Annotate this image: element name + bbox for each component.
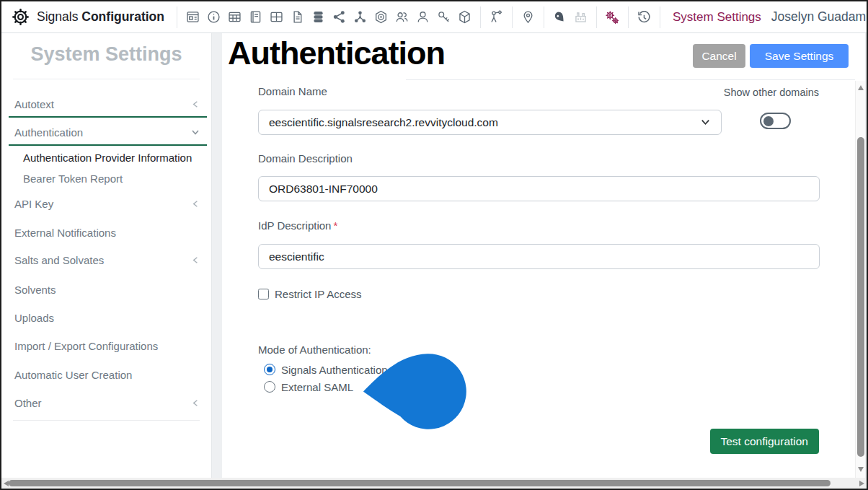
scroll-up-arrow-icon[interactable] — [858, 85, 864, 90]
domain-name-select[interactable]: eescientific.signalsresearch2.revvityclo… — [258, 110, 722, 135]
external-saml-label: External SAML — [281, 381, 353, 393]
domain-name-value: eescientific.signalsresearch2.revvityclo… — [269, 116, 498, 129]
toolbar-separator — [544, 6, 544, 28]
external-saml-radio[interactable] — [264, 381, 275, 393]
scroll-right-arrow-icon[interactable] — [859, 481, 864, 486]
toolbar-separator — [177, 6, 177, 28]
database-icon[interactable] — [309, 8, 327, 26]
sidebar-item-automatic-user-creation[interactable]: Automatic User Creation — [14, 367, 201, 382]
mode-of-authentication-label: Mode of Authentication: — [258, 344, 371, 356]
molecule-icon[interactable] — [351, 8, 369, 26]
header-divider — [406, 79, 855, 80]
sidebar: System Settings Autotext Authentication … — [1, 33, 212, 478]
location-pin-icon[interactable] — [519, 8, 537, 26]
sidebar-green-divider — [9, 116, 207, 118]
idp-description-label: IdP Description* — [258, 219, 337, 232]
sidebar-item-authentication[interactable]: Authentication — [14, 124, 201, 140]
external-saml-option: External SAML — [264, 380, 353, 394]
restrict-ip-checkbox[interactable] — [258, 289, 269, 299]
blue-pointer-cursor — [362, 349, 469, 431]
domain-description-label: Domain Description — [258, 152, 353, 165]
divider — [13, 420, 200, 421]
divider — [13, 79, 200, 79]
topbar-right: System Settings Joselyn Guadamuz — [665, 6, 868, 28]
vertical-scrollbar[interactable] — [855, 81, 865, 478]
user-name: Joselyn Guadamuz — [771, 9, 868, 25]
chevron-left-icon — [190, 255, 201, 266]
sidebar-item-uploads[interactable]: Uploads — [14, 310, 201, 325]
cancel-button[interactable]: Cancel — [693, 44, 745, 68]
info-icon[interactable] — [205, 8, 223, 26]
gears-icon[interactable] — [603, 8, 621, 26]
app-window: Signals Configuration — [0, 0, 868, 490]
toolbar-separator — [512, 6, 513, 28]
main-content: Authentication Cancel Save Settings Doma… — [222, 33, 865, 478]
key-icon[interactable] — [435, 8, 453, 26]
journal-icon[interactable] — [247, 8, 265, 26]
cube-icon[interactable] — [456, 8, 474, 26]
scroll-down-arrow-icon[interactable] — [858, 467, 864, 472]
test-configuration-button[interactable]: Test configuration — [710, 429, 820, 454]
sidebar-item-solvents[interactable]: Solvents — [14, 281, 201, 297]
table-icon[interactable] — [226, 8, 244, 26]
sidebar-item-import-export-configurations[interactable]: Import / Export Configurations — [14, 338, 201, 354]
required-asterisk: * — [333, 219, 337, 232]
idp-description-input[interactable] — [258, 244, 820, 269]
dark-pin-icon[interactable] — [551, 8, 569, 26]
sidebar-item-other[interactable]: Other — [14, 395, 201, 411]
top-toolbar: Signals Configuration — [1, 1, 867, 33]
chevron-down-icon — [190, 126, 201, 138]
toggle-knob — [763, 116, 774, 126]
restrict-ip-row: Restrict IP Access — [258, 288, 362, 300]
share-nodes-icon[interactable] — [330, 8, 348, 26]
toolbar-separator — [628, 6, 629, 28]
show-other-domains-label: Show other domains — [724, 87, 819, 98]
restrict-ip-label: Restrict IP Access — [275, 288, 362, 300]
toolbar-separator — [596, 6, 597, 28]
vertical-scrollbar-thumb[interactable] — [857, 137, 864, 457]
save-settings-button[interactable]: Save Settings — [750, 44, 849, 68]
toolbar-separator — [480, 6, 481, 28]
chevron-left-icon — [190, 398, 201, 408]
horizontal-scrollbar[interactable] — [1, 478, 867, 489]
sidebar-item-autotext[interactable]: Autotext — [14, 96, 201, 112]
chevron-left-icon — [190, 99, 201, 110]
scroll-left-arrow-icon[interactable] — [4, 481, 9, 486]
sidebar-item-bearer-token-report[interactable]: Bearer Token Report — [23, 170, 201, 186]
system-settings-link[interactable]: System Settings — [673, 10, 761, 25]
signals-gear-icon — [12, 8, 30, 26]
user-icon[interactable] — [414, 8, 432, 26]
instrument-icon[interactable] — [487, 8, 505, 26]
user-menu[interactable]: Joselyn Guadamuz — [771, 9, 868, 25]
sidebar-item-salts-and-solvates[interactable]: Salts and Solvates — [14, 252, 201, 268]
window-icon[interactable] — [184, 8, 202, 26]
domain-description-input[interactable] — [258, 176, 820, 201]
page-title: Authentication — [228, 35, 455, 72]
hexagon-badge-icon[interactable] — [372, 8, 390, 26]
domain-name-label: Domain Name — [258, 85, 327, 97]
history-icon[interactable] — [635, 8, 653, 26]
chevron-left-icon — [190, 198, 201, 209]
horizontal-scrollbar-thumb[interactable] — [9, 480, 831, 486]
chevron-down-icon — [700, 117, 711, 128]
sidebar-green-divider — [9, 144, 207, 146]
signals-authentication-radio[interactable] — [264, 364, 275, 375]
sidebar-title: System Settings — [1, 43, 211, 66]
document-icon[interactable] — [288, 8, 306, 26]
app-brand: Signals Configuration — [10, 8, 164, 26]
sidebar-item-authentication-provider-information[interactable]: Authentication Provider Information — [23, 149, 201, 165]
factory-icon[interactable] — [572, 8, 590, 26]
sidebar-item-external-notifications[interactable]: External Notifications — [14, 224, 201, 240]
users-icon[interactable] — [393, 8, 411, 26]
sidebar-item-api-key[interactable]: API Key — [14, 196, 201, 211]
grid-table-icon[interactable] — [267, 8, 285, 26]
show-other-domains-toggle[interactable] — [760, 113, 791, 129]
app-title: Signals Configuration — [37, 9, 164, 25]
toolbar-separator — [660, 6, 660, 28]
